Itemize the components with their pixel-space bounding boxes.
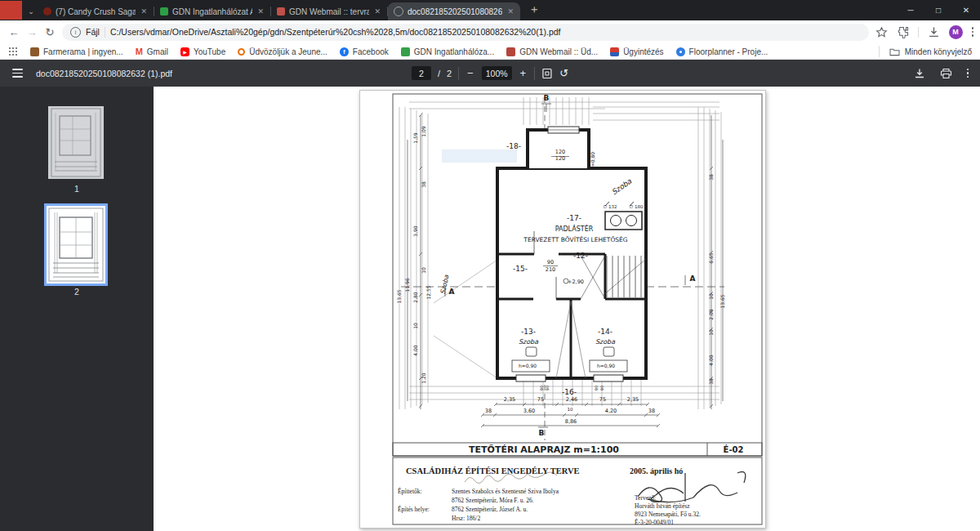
bookmark-youtube[interactable]: ▶ YouTube [180,47,225,56]
all-bookmarks[interactable]: Minden könyvjelző [879,46,972,57]
pdf-content-area: 1 2 [0,87,980,531]
tab-close-icon[interactable]: ✕ [506,7,514,16]
plan-label: h=0,80 [590,152,595,170]
plan-label: B [539,429,545,437]
tab-close-icon[interactable]: ✕ [373,7,381,16]
bookmark-gmail[interactable]: M Gmail [136,47,168,56]
bookmark-star-icon[interactable] [875,26,888,38]
page-total: 2 [447,69,452,78]
new-tab-button[interactable]: ＋ [528,2,540,17]
tab-gdn-webmail[interactable]: GDN Webmail :: tervrajz ✕ [271,2,387,20]
plan-label: 12,55 [425,285,431,299]
plan-label: 90 [539,386,544,390]
scheme-label: Fájl [86,27,100,37]
plan-label: ∅ 132 [603,204,617,209]
plan-label: 4,20 [605,408,617,414]
tab-close-icon[interactable]: ✕ [140,7,148,16]
plan-label: 10 [568,407,573,412]
permit-heading: CSALÁDIHÁZ ÉPÍTÉSI ENGEDÉLY TERVE [406,466,580,475]
address-bar[interactable]: i Fájl C:/Users/vdmar/OneDrive/Asztali%2… [62,24,869,41]
tab-pdf-active[interactable]: doc08218520250108082632 (1... ✕ [388,2,520,20]
bookmark-facebook[interactable]: f Facebook [340,47,389,56]
page-2-thumbnail[interactable] [47,206,105,283]
close-button[interactable]: ✕ [952,0,980,20]
tab-title: doc08218520250108082632 (1... [408,7,502,16]
page-1-thumbnail[interactable] [48,106,104,179]
plan-title: TETŐTÉRI ALAPRAJZ m=1:100 [469,444,619,455]
tab-gdn-admin[interactable]: GDN Ingatlanhálózat Admin fe... ✕ [154,2,270,20]
plan-label: 4,00 [412,345,418,356]
plan-label: ∅ 180 [629,204,644,209]
pdf-download-icon[interactable] [914,68,925,79]
address-divider [105,27,105,38]
minimize-button[interactable]: ─ [897,0,924,20]
tab-close-icon[interactable]: ✕ [256,7,265,16]
pdf-toolbar-right [914,68,969,79]
bookmark-farmerama[interactable]: Farmerama | ingyen... [30,47,123,56]
bookmark-gdn-webmail[interactable]: GDN Webmail :: Üd... [506,47,598,56]
bookmark-udvozoljuk[interactable]: Üdvözöljük a Jeune... [238,47,327,56]
plan-label: 38 [421,181,426,188]
gmail-m-icon: M [136,47,143,56]
plan-label: 10 [412,323,418,329]
pdf-more-kebab-icon[interactable] [967,69,969,78]
client-label: Építtetők: [398,487,422,495]
page-number-input[interactable]: 2 [412,66,431,80]
plan-label: h=0,90 [519,363,537,368]
window-controls: ─ □ ✕ [897,0,980,20]
profile-avatar[interactable]: M [949,25,963,39]
plan-label: 2,35 [627,396,639,403]
plan-label: 75 [599,396,606,403]
back-icon[interactable]: ← [5,26,23,38]
reload-icon[interactable]: ↻ [41,26,59,38]
plan-label: 38 [708,378,714,385]
forward-icon[interactable]: → [23,26,41,38]
plan-label: 120 [555,149,565,155]
plan-label: 1,20 [421,373,426,384]
designer-name: Horváth István építész [635,502,690,510]
sheet-number: É-02 [724,444,744,454]
zoom-in-button[interactable]: + [519,67,528,79]
highlight-smudge [442,149,517,163]
youtube-icon: ▶ [180,47,189,56]
bookmark-label: Ügyintézés [623,47,663,56]
url-text: C:/Users/vdmar/OneDrive/Asztali%20gép/gd… [110,27,561,37]
fit-page-icon[interactable] [541,68,553,79]
site-label: Építés helye: [398,505,430,513]
bookmark-gdn-ingatlan[interactable]: GDN Ingatlanhálóza... [401,47,494,56]
extensions-puzzle-icon[interactable] [897,26,909,38]
apps-grid-icon[interactable] [8,47,18,56]
plan-label: 2,80 [412,292,418,303]
zoom-out-button[interactable]: − [466,67,475,79]
bookmark-label: GDN Ingatlanhálóza... [414,47,494,56]
bookmark-label: Facebook [353,47,389,56]
pdf-menu-icon[interactable] [12,69,23,78]
pdf-controls: 2 / 2 − 100% + ↺ [412,66,568,80]
farmerama-icon [30,47,39,56]
tab-search-chevron-icon[interactable]: ⌄ [24,7,38,16]
plan-label: 6,65 [708,252,714,264]
page-info-icon[interactable]: i [70,27,81,38]
plan-date: 2005. április hó [630,466,683,475]
plan-label: -17- [567,214,581,222]
plan-label: Szoba [519,338,539,346]
downloads-icon[interactable] [928,26,940,38]
print-icon[interactable] [940,68,952,79]
zoom-level[interactable]: 100% [482,66,512,80]
pdf-viewer[interactable]: TETŐTÉRI ALAPRAJZ m=1:100 É-02 CSALÁDIHÁ… [154,87,980,531]
pdf-filename: doc08218520250108082632 (1).pdf [36,69,172,78]
bookmark-label: Üdvözöljük a Jeune... [249,47,327,56]
tab-candy-crush[interactable]: (7) Candy Crush Saga | Facebo... ✕ [38,2,154,20]
plan-label: A [449,288,455,296]
rotate-icon[interactable]: ↺ [559,67,568,79]
parcel-number: Hrsz: 186/2 [452,515,480,522]
bookmark-label: YouTube [194,47,225,56]
floorplanner-icon [676,47,685,56]
globe-favicon [394,7,403,16]
toolbar-divider [458,67,459,80]
browser-menu-kebab-icon[interactable] [972,27,974,37]
bookmark-floorplanner[interactable]: Floorplanner - Proje... [676,47,768,56]
maximize-button[interactable]: □ [924,0,952,20]
bookmark-ugyintezes[interactable]: Ügyintézés [610,47,663,56]
plan-label: -18- [506,142,521,150]
